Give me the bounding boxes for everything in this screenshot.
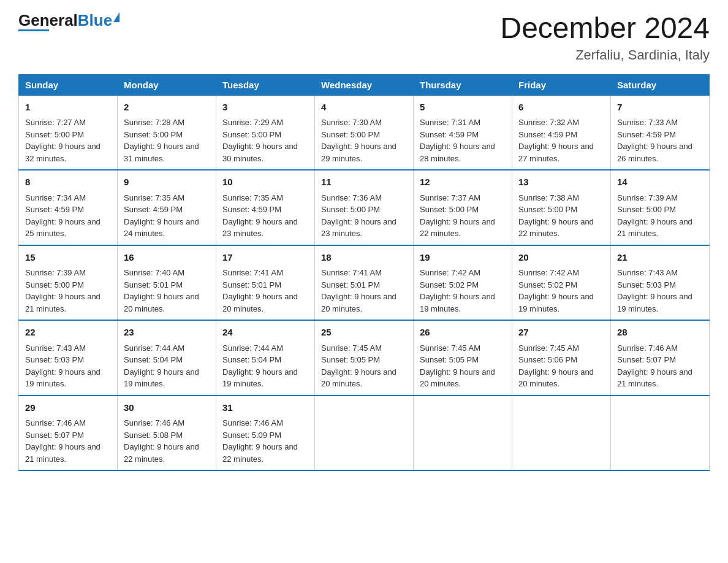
sunset-text: Sunset: 5:07 PM <box>25 429 111 442</box>
calendar-cell: 22Sunrise: 7:43 AMSunset: 5:03 PMDayligh… <box>19 320 118 396</box>
daylight-text: Daylight: 9 hours and 20 minutes. <box>420 366 506 390</box>
sunrise-text: Sunrise: 7:41 AM <box>222 267 308 279</box>
calendar-cell: 5Sunrise: 7:31 AMSunset: 4:59 PMDaylight… <box>414 95 512 170</box>
day-number: 13 <box>518 175 604 190</box>
sunset-text: Sunset: 5:00 PM <box>124 129 210 141</box>
day-number: 29 <box>25 401 111 415</box>
sunrise-text: Sunrise: 7:45 AM <box>518 342 604 354</box>
sunset-text: Sunset: 5:03 PM <box>617 279 703 291</box>
day-number: 10 <box>222 175 308 190</box>
calendar-cell: 13Sunrise: 7:38 AMSunset: 5:00 PMDayligh… <box>512 170 611 245</box>
header-col-monday: Monday <box>118 74 216 95</box>
calendar-cell: 8Sunrise: 7:34 AMSunset: 4:59 PMDaylight… <box>19 170 118 245</box>
sunrise-text: Sunrise: 7:44 AM <box>124 342 210 354</box>
calendar-cell: 15Sunrise: 7:39 AMSunset: 5:00 PMDayligh… <box>19 245 118 321</box>
sunset-text: Sunset: 5:02 PM <box>518 279 604 291</box>
daylight-text: Daylight: 9 hours and 21 minutes. <box>25 441 111 465</box>
daylight-text: Daylight: 9 hours and 21 minutes. <box>25 291 111 315</box>
sunrise-text: Sunrise: 7:28 AM <box>124 117 210 129</box>
daylight-text: Daylight: 9 hours and 19 minutes. <box>222 366 308 390</box>
sunset-text: Sunset: 4:59 PM <box>518 129 604 141</box>
sunrise-text: Sunrise: 7:39 AM <box>25 267 111 279</box>
sunrise-text: Sunrise: 7:32 AM <box>518 117 604 129</box>
calendar-header: SundayMondayTuesdayWednesdayThursdayFrid… <box>19 74 710 95</box>
sunrise-text: Sunrise: 7:42 AM <box>420 267 506 279</box>
location-text: Zerfaliu, Sardinia, Italy <box>500 47 710 63</box>
sunset-text: Sunset: 4:59 PM <box>222 204 308 216</box>
daylight-text: Daylight: 9 hours and 20 minutes. <box>321 291 407 315</box>
day-number: 31 <box>222 401 308 415</box>
day-number: 6 <box>518 101 604 115</box>
day-number: 15 <box>25 251 111 265</box>
daylight-text: Daylight: 9 hours and 23 minutes. <box>222 216 308 240</box>
header-col-thursday: Thursday <box>414 74 512 95</box>
sunrise-text: Sunrise: 7:42 AM <box>518 267 604 279</box>
sunset-text: Sunset: 4:59 PM <box>617 129 703 141</box>
daylight-text: Daylight: 9 hours and 19 minutes. <box>420 291 506 315</box>
calendar-cell: 28Sunrise: 7:46 AMSunset: 5:07 PMDayligh… <box>611 320 710 396</box>
daylight-text: Daylight: 9 hours and 25 minutes. <box>25 216 111 240</box>
daylight-text: Daylight: 9 hours and 22 minutes. <box>518 216 604 240</box>
day-number: 17 <box>222 251 308 265</box>
sunset-text: Sunset: 5:07 PM <box>617 354 703 366</box>
sunset-text: Sunset: 4:59 PM <box>124 204 210 216</box>
sunrise-text: Sunrise: 7:34 AM <box>25 192 111 204</box>
calendar-cell: 31Sunrise: 7:46 AMSunset: 5:09 PMDayligh… <box>216 396 315 471</box>
sunset-text: Sunset: 5:00 PM <box>420 204 506 216</box>
logo-triangle-icon <box>113 12 119 22</box>
week-row-1: 1Sunrise: 7:27 AMSunset: 5:00 PMDaylight… <box>19 95 710 170</box>
calendar-cell: 27Sunrise: 7:45 AMSunset: 5:06 PMDayligh… <box>512 320 611 396</box>
day-number: 16 <box>124 251 210 265</box>
daylight-text: Daylight: 9 hours and 31 minutes. <box>124 140 210 164</box>
sunrise-text: Sunrise: 7:38 AM <box>518 192 604 204</box>
calendar-cell <box>512 396 611 471</box>
day-number: 14 <box>617 175 703 190</box>
sunset-text: Sunset: 5:08 PM <box>124 429 210 442</box>
header-row: SundayMondayTuesdayWednesdayThursdayFrid… <box>19 74 710 95</box>
logo: GeneralBlue <box>18 12 119 31</box>
week-row-3: 15Sunrise: 7:39 AMSunset: 5:00 PMDayligh… <box>19 245 710 321</box>
day-number: 21 <box>617 251 703 265</box>
day-number: 30 <box>124 401 210 415</box>
calendar-cell: 7Sunrise: 7:33 AMSunset: 4:59 PMDaylight… <box>611 95 710 170</box>
calendar-body: 1Sunrise: 7:27 AMSunset: 5:00 PMDaylight… <box>19 95 710 470</box>
sunrise-text: Sunrise: 7:46 AM <box>617 342 703 354</box>
sunset-text: Sunset: 5:02 PM <box>420 279 506 291</box>
daylight-text: Daylight: 9 hours and 30 minutes. <box>222 140 308 164</box>
calendar-cell: 16Sunrise: 7:40 AMSunset: 5:01 PMDayligh… <box>118 245 216 321</box>
sunset-text: Sunset: 5:03 PM <box>25 354 111 366</box>
sunset-text: Sunset: 5:00 PM <box>321 129 407 141</box>
day-number: 12 <box>420 175 506 190</box>
sunrise-text: Sunrise: 7:40 AM <box>124 267 210 279</box>
sunset-text: Sunset: 5:00 PM <box>321 204 407 216</box>
day-number: 20 <box>518 251 604 265</box>
calendar-cell <box>414 396 512 471</box>
day-number: 22 <box>25 326 111 340</box>
daylight-text: Daylight: 9 hours and 29 minutes. <box>321 140 407 164</box>
sunset-text: Sunset: 5:04 PM <box>124 354 210 366</box>
calendar-cell: 19Sunrise: 7:42 AMSunset: 5:02 PMDayligh… <box>414 245 512 321</box>
week-row-5: 29Sunrise: 7:46 AMSunset: 5:07 PMDayligh… <box>19 396 710 471</box>
calendar-cell: 12Sunrise: 7:37 AMSunset: 5:00 PMDayligh… <box>414 170 512 245</box>
daylight-text: Daylight: 9 hours and 19 minutes. <box>124 366 210 390</box>
calendar-table: SundayMondayTuesdayWednesdayThursdayFrid… <box>18 74 710 472</box>
calendar-cell: 9Sunrise: 7:35 AMSunset: 4:59 PMDaylight… <box>118 170 216 245</box>
sunrise-text: Sunrise: 7:46 AM <box>124 417 210 429</box>
day-number: 3 <box>222 101 308 115</box>
sunrise-text: Sunrise: 7:45 AM <box>420 342 506 354</box>
sunset-text: Sunset: 5:00 PM <box>222 129 308 141</box>
calendar-cell: 1Sunrise: 7:27 AMSunset: 5:00 PMDaylight… <box>19 95 118 170</box>
day-number: 4 <box>321 101 407 115</box>
sunrise-text: Sunrise: 7:37 AM <box>420 192 506 204</box>
daylight-text: Daylight: 9 hours and 19 minutes. <box>617 291 703 315</box>
sunrise-text: Sunrise: 7:43 AM <box>25 342 111 354</box>
calendar-cell <box>611 396 710 471</box>
page-header: GeneralBlue December 2024 Zerfaliu, Sard… <box>18 12 710 63</box>
daylight-text: Daylight: 9 hours and 23 minutes. <box>321 216 407 240</box>
month-title: December 2024 <box>500 12 710 45</box>
calendar-cell: 11Sunrise: 7:36 AMSunset: 5:00 PMDayligh… <box>315 170 414 245</box>
calendar-cell: 3Sunrise: 7:29 AMSunset: 5:00 PMDaylight… <box>216 95 315 170</box>
day-number: 25 <box>321 326 407 340</box>
sunset-text: Sunset: 5:00 PM <box>25 279 111 291</box>
header-col-sunday: Sunday <box>19 74 118 95</box>
